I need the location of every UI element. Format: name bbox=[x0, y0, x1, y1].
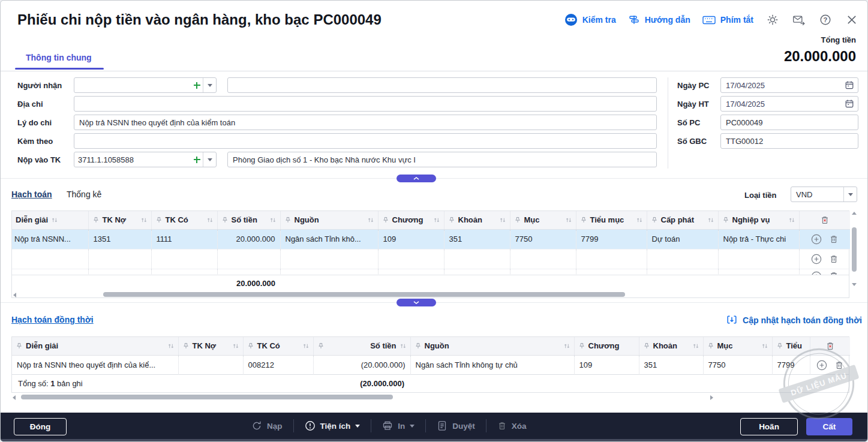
receiver-code-input[interactable] bbox=[74, 78, 191, 92]
currency-dropdown-button[interactable] bbox=[843, 187, 857, 202]
send-feedback-button[interactable] bbox=[792, 13, 806, 27]
col-tk-co[interactable]: TK Có bbox=[243, 337, 313, 355]
col-khoan[interactable]: Khoản bbox=[444, 211, 510, 229]
gbc-number-input[interactable] bbox=[720, 133, 858, 149]
cell-chuong[interactable]: 109 bbox=[574, 355, 639, 375]
collapse-header-button[interactable] bbox=[397, 175, 436, 182]
cell-empty[interactable] bbox=[647, 269, 718, 275]
save-button[interactable]: Cất bbox=[806, 418, 852, 435]
cell-tieu-muc[interactable]: 7799 bbox=[772, 355, 810, 375]
sort-icon[interactable] bbox=[167, 342, 175, 350]
cell-empty[interactable] bbox=[576, 269, 647, 275]
cell-muc[interactable]: 7750 bbox=[703, 355, 772, 375]
simultaneous-hscrollbar[interactable] bbox=[11, 394, 714, 401]
cell-dien-giai[interactable]: Nộp trả NSNN theo quyết định của kiể... bbox=[12, 355, 178, 375]
add-row-icon[interactable] bbox=[811, 254, 822, 264]
cell-cap-phat[interactable]: Dự toán bbox=[647, 229, 718, 249]
scroll-left-arrow[interactable] bbox=[13, 395, 16, 400]
receiver-name-input[interactable] bbox=[227, 77, 657, 93]
close-voucher-button[interactable]: Đóng bbox=[14, 418, 67, 435]
sort-icon[interactable] bbox=[565, 217, 572, 224]
deposit-account-code-input[interactable] bbox=[74, 152, 191, 167]
col-chuong[interactable]: Chương bbox=[574, 337, 639, 355]
cell-muc[interactable]: 7750 bbox=[510, 229, 576, 249]
close-button[interactable] bbox=[845, 13, 859, 27]
col-tieu-muc[interactable]: Tiểu bbox=[772, 337, 810, 355]
sort-icon[interactable] bbox=[692, 342, 699, 350]
tab-statistics[interactable]: Thống kê bbox=[67, 190, 101, 199]
cell-tk-co[interactable]: 1111 bbox=[151, 229, 217, 249]
cell-empty[interactable] bbox=[718, 249, 799, 269]
col-so-tien[interactable]: Số tiền bbox=[313, 337, 410, 355]
col-muc[interactable]: Mục bbox=[703, 337, 772, 355]
pin-icon[interactable] bbox=[284, 217, 292, 224]
col-tk-no[interactable]: TK Nợ bbox=[178, 337, 243, 355]
cell-empty[interactable] bbox=[151, 249, 217, 269]
sort-icon[interactable] bbox=[206, 217, 214, 224]
cell-so-tien[interactable]: 20.000.000 bbox=[217, 229, 280, 249]
cell-empty[interactable] bbox=[12, 269, 88, 275]
delete-all-rows-icon[interactable] bbox=[825, 341, 835, 351]
cell-empty[interactable] bbox=[217, 249, 280, 269]
sort-icon[interactable] bbox=[269, 217, 277, 224]
sort-icon[interactable] bbox=[788, 217, 795, 224]
cell-empty[interactable] bbox=[647, 249, 718, 269]
delete-row-icon[interactable] bbox=[829, 254, 839, 264]
currency-select[interactable]: VND bbox=[791, 187, 857, 202]
cell-tieu-muc[interactable]: 7799 bbox=[576, 229, 647, 249]
add-row-icon[interactable] bbox=[816, 360, 827, 371]
accounting-row-empty[interactable] bbox=[12, 249, 850, 269]
cell-empty[interactable] bbox=[444, 269, 510, 275]
scroll-right-arrow[interactable] bbox=[710, 395, 713, 400]
cell-nguon[interactable]: Ngân sách Tỉnh khô... bbox=[280, 229, 378, 249]
sort-icon[interactable] bbox=[400, 342, 407, 350]
pin-icon[interactable] bbox=[247, 342, 254, 350]
sort-icon[interactable] bbox=[499, 217, 506, 224]
guide-button[interactable]: Hướng dẫn bbox=[628, 14, 690, 25]
sort-icon[interactable] bbox=[636, 217, 643, 224]
tab-accounting[interactable]: Hạch toán bbox=[11, 190, 52, 199]
pin-icon[interactable] bbox=[317, 342, 325, 350]
pin-icon[interactable] bbox=[578, 342, 585, 350]
tab-general-info[interactable]: Thông tin chung bbox=[26, 53, 92, 62]
accounting-row-selected[interactable]: Nộp trả NSNN... 1351 1111 20.000.000 Ngâ… bbox=[12, 229, 850, 249]
pin-icon[interactable] bbox=[182, 342, 190, 350]
cell-dien-giai[interactable]: Nộp trả NSNN... bbox=[12, 229, 88, 249]
cell-empty[interactable] bbox=[88, 249, 151, 269]
address-input[interactable] bbox=[74, 96, 657, 112]
sort-icon[interactable] bbox=[140, 217, 148, 224]
help-button[interactable] bbox=[818, 13, 833, 27]
cell-so-tien[interactable]: (20.000.000) bbox=[313, 355, 410, 375]
vscroll-thumb[interactable] bbox=[852, 227, 857, 272]
simultaneous-title-link[interactable]: Hạch toán đồng thời bbox=[11, 315, 94, 324]
delete-row-icon[interactable] bbox=[834, 360, 844, 370]
hscroll-thumb[interactable] bbox=[21, 395, 393, 399]
pin-icon[interactable] bbox=[382, 217, 389, 224]
posting-date-input[interactable] bbox=[720, 96, 858, 112]
pin-icon[interactable] bbox=[415, 342, 422, 350]
reason-input[interactable] bbox=[74, 115, 657, 130]
cell-empty[interactable] bbox=[510, 269, 576, 275]
col-tk-no[interactable]: TK Nợ bbox=[88, 211, 151, 229]
pin-icon[interactable] bbox=[155, 217, 163, 224]
attachment-input[interactable] bbox=[74, 133, 657, 149]
sort-icon[interactable] bbox=[433, 217, 440, 224]
col-so-tien[interactable]: Số tiền bbox=[217, 211, 280, 229]
pin-icon[interactable] bbox=[643, 342, 650, 350]
simultaneous-row[interactable]: Nộp trả NSNN theo quyết định của kiể... … bbox=[12, 355, 850, 375]
receiver-add-button[interactable] bbox=[191, 78, 203, 92]
check-button[interactable]: Kiểm tra bbox=[564, 13, 616, 26]
cell-tk-no[interactable]: 1351 bbox=[88, 229, 151, 249]
delete-row-icon[interactable] bbox=[829, 234, 839, 244]
col-nghiep-vu[interactable]: Nghiệp vụ bbox=[718, 211, 799, 229]
cell-empty[interactable] bbox=[718, 269, 799, 275]
sort-icon[interactable] bbox=[563, 342, 570, 350]
col-nguon[interactable]: Nguồn bbox=[410, 337, 574, 355]
calendar-icon[interactable] bbox=[845, 99, 854, 109]
accounting-vscrollbar[interactable] bbox=[851, 212, 858, 286]
cell-khoan[interactable]: 351 bbox=[639, 355, 703, 375]
delete-button[interactable]: Xóa bbox=[497, 421, 527, 431]
pin-icon[interactable] bbox=[448, 217, 455, 224]
cell-nguon[interactable]: Ngân sách Tỉnh không tự chủ bbox=[410, 355, 574, 375]
shortcuts-button[interactable]: Phím tắt bbox=[702, 15, 753, 25]
